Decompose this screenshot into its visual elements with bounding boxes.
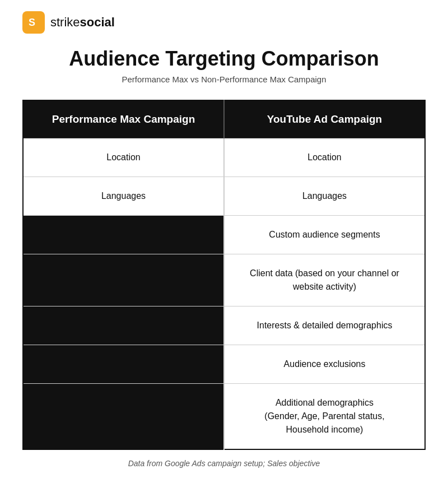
logo-icon: S <box>22 11 45 34</box>
col2-cell: Custom audience segments <box>224 216 425 254</box>
col1-header: Performance Max Campaign <box>23 100 224 138</box>
col1-cell: Location <box>23 138 224 177</box>
table-row: Interests & detailed demographics <box>23 306 425 345</box>
col2-cell: Additional demographics(Gender, Age, Par… <box>224 384 425 450</box>
col2-cell: Location <box>224 138 425 177</box>
table-row: LocationLocation <box>23 138 425 177</box>
table-row: Custom audience segments <box>23 216 425 254</box>
page-title: Audience Targeting Comparison <box>69 47 379 70</box>
comparison-table: Performance Max Campaign YouTube Ad Camp… <box>22 100 426 450</box>
col2-cell: Languages <box>224 177 425 216</box>
table-row: Audience exclusions <box>23 345 425 384</box>
table-row: Client data (based on your channel or we… <box>23 254 425 306</box>
col1-cell <box>23 306 224 345</box>
svg-text:S: S <box>29 17 35 28</box>
col1-cell: Languages <box>23 177 224 216</box>
col2-header: YouTube Ad Campaign <box>224 100 425 138</box>
col2-cell: Interests & detailed demographics <box>224 306 425 345</box>
page-subtitle: Performance Max vs Non-Performance Max C… <box>122 75 326 84</box>
table-row: LanguagesLanguages <box>23 177 425 216</box>
logo-area: S strikesocial <box>22 11 426 34</box>
col1-cell <box>23 345 224 384</box>
col2-cell: Client data (based on your channel or we… <box>224 254 425 306</box>
col1-cell <box>23 216 224 254</box>
col1-cell <box>23 254 224 306</box>
logo-text: strikesocial <box>50 15 115 30</box>
table-row: Additional demographics(Gender, Age, Par… <box>23 384 425 450</box>
footer-note: Data from Google Ads campaign setup; Sal… <box>128 459 320 468</box>
col2-cell: Audience exclusions <box>224 345 425 384</box>
col1-cell <box>23 384 224 450</box>
